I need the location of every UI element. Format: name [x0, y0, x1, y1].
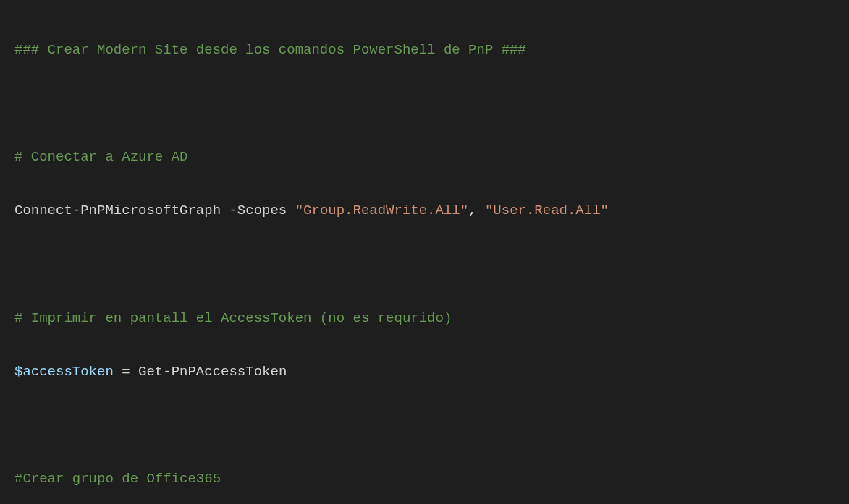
comment-text: ### Crear Modern Site desde los comandos…: [14, 42, 526, 58]
code-line-empty: [14, 90, 835, 117]
code-line: $accessToken = Get-PnPAccessToken: [14, 359, 835, 385]
code-line: #Crear grupo de Office365: [14, 466, 835, 492]
code-line: # Imprimir en pantall el AccessToken (no…: [14, 305, 835, 332]
cmdlet-text: Connect-PnPMicrosoftGraph: [14, 202, 221, 218]
code-editor[interactable]: ### Crear Modern Site desde los comandos…: [14, 10, 835, 504]
code-line: Connect-PnPMicrosoftGraph -Scopes "Group…: [14, 197, 835, 224]
code-line-empty: [14, 251, 835, 278]
comment-text: # Conectar a Azure AD: [14, 149, 187, 165]
parameter-text: -Scopes: [229, 202, 287, 218]
operator-text: =: [114, 364, 138, 380]
comment-text: #Crear grupo de Office365: [14, 471, 221, 487]
code-line-empty: [14, 412, 835, 439]
code-line: # Conectar a Azure AD: [14, 144, 835, 171]
string-text: "User.Read.All": [485, 202, 609, 218]
comment-text: # Imprimir en pantall el AccessToken (no…: [14, 310, 452, 326]
code-line: ### Crear Modern Site desde los comandos…: [14, 37, 835, 64]
string-text: "Group.ReadWrite.All": [295, 202, 468, 218]
comma-text: ,: [468, 202, 476, 218]
variable-text: $accessToken: [14, 364, 114, 380]
cmdlet-text: Get-PnPAccessToken: [138, 364, 287, 380]
